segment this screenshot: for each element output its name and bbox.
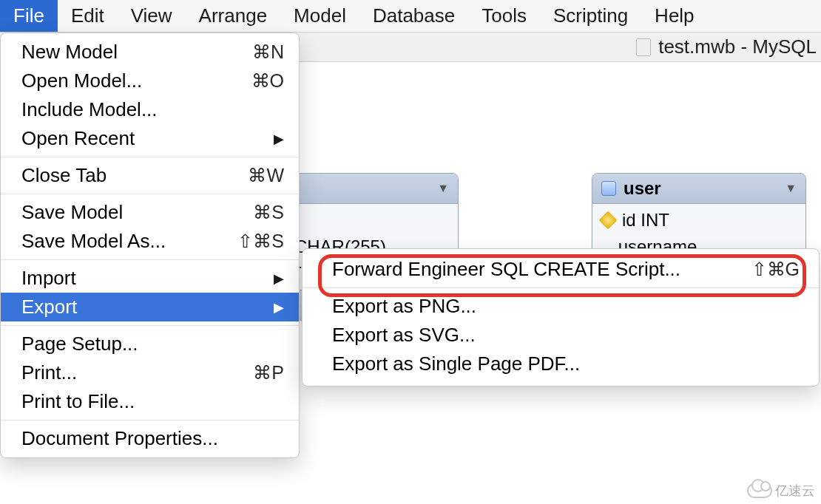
menu-model[interactable]: Model [280,0,359,32]
file-menu: New Model ⌘N Open Model... ⌘O Include Mo… [0,33,300,458]
menu-item-open-recent[interactable]: Open Recent ▶ [1,124,299,153]
menu-item-include-model[interactable]: Include Model... [1,95,299,124]
chevron-right-icon: ▶ [260,299,284,316]
menu-item-close-tab[interactable]: Close Tab ⌘W [1,161,299,190]
menu-item-forward-engineer[interactable]: Forward Engineer SQL CREATE Script... ⇧⌘… [303,255,819,284]
document-name: test.mwb - MySQL [658,35,817,58]
menu-item-page-setup[interactable]: Page Setup... [1,330,299,358]
separator [1,194,299,194]
menu-help[interactable]: Help [641,0,707,32]
menu-file[interactable]: File [0,0,58,32]
menu-view[interactable]: View [118,0,186,32]
chevron-right-icon: ▶ [260,131,284,147]
menu-item-export-png[interactable]: Export as PNG... [303,292,819,321]
menu-item-document-properties[interactable]: Document Properties... [1,424,299,453]
separator [1,420,299,420]
menu-edit[interactable]: Edit [58,0,118,32]
separator [1,157,299,157]
export-submenu: Forward Engineer SQL CREATE Script... ⇧⌘… [302,248,820,386]
menu-item-import[interactable]: Import ▶ [1,264,299,293]
watermark: 亿速云 [747,482,815,500]
menu-item-export-svg[interactable]: Export as SVG... [303,321,819,350]
menu-database[interactable]: Database [359,0,468,32]
menu-arrange[interactable]: Arrange [186,0,281,32]
table-icon [601,181,616,196]
separator [303,287,819,288]
separator [1,325,299,326]
menu-item-save-model[interactable]: Save Model ⌘S [1,198,299,227]
entity-user-header[interactable]: user ▼ [592,174,805,204]
menu-item-print-to-file[interactable]: Print to File... [1,387,299,416]
cloud-icon [747,483,772,498]
menu-item-export[interactable]: Export ▶ [1,293,299,321]
chevron-down-icon[interactable]: ▼ [785,182,797,195]
separator [1,259,299,260]
menubar: File Edit View Arrange Model Database To… [0,0,821,33]
menu-item-print[interactable]: Print... ⌘P [1,358,299,387]
menu-item-save-model-as[interactable]: Save Model As... ⇧⌘S [1,227,299,256]
entity-user-title: user [624,178,777,199]
chevron-down-icon[interactable]: ▼ [437,182,449,195]
chevron-right-icon: ▶ [260,270,284,287]
menu-tools[interactable]: Tools [468,0,540,32]
key-icon [598,211,617,229]
menu-scripting[interactable]: Scripting [540,0,641,32]
menu-item-new-model[interactable]: New Model ⌘N [1,38,299,67]
menu-item-export-pdf[interactable]: Export as Single Page PDF... [303,350,819,378]
document-icon [636,38,651,56]
menu-item-open-model[interactable]: Open Model... ⌘O [1,67,299,95]
